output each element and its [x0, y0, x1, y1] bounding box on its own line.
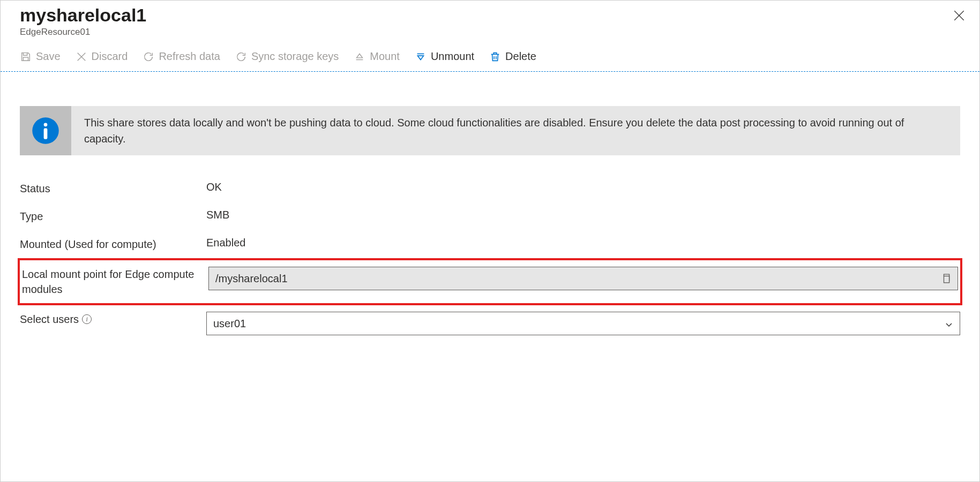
page-title: mysharelocal1 [20, 5, 960, 26]
delete-button[interactable]: Delete [489, 50, 536, 63]
discard-label: Discard [92, 50, 128, 63]
close-button[interactable] [954, 10, 964, 21]
sync-label: Sync storage keys [251, 50, 339, 63]
mount-point-field[interactable]: /mysharelocal1 [208, 267, 958, 290]
unmount-icon [415, 51, 427, 63]
sync-button[interactable]: Sync storage keys [235, 50, 339, 63]
save-label: Save [36, 50, 61, 63]
unmount-label: Unmount [431, 50, 474, 63]
sync-icon [235, 51, 247, 63]
delete-icon [489, 51, 501, 63]
refresh-label: Refresh data [159, 50, 220, 63]
type-value: SMB [206, 209, 960, 221]
type-label: Type [20, 209, 206, 224]
copy-icon[interactable] [941, 274, 951, 283]
svg-point-10 [44, 123, 48, 126]
status-value: OK [206, 181, 960, 193]
select-users-label: Select users [20, 312, 79, 327]
refresh-icon [143, 51, 154, 63]
page-subtitle: EdgeResource01 [20, 27, 960, 37]
svg-rect-11 [44, 129, 48, 139]
select-users-value: user01 [213, 318, 246, 330]
mounted-label: Mounted (Used for compute) [20, 237, 206, 252]
delete-label: Delete [505, 50, 536, 63]
save-button[interactable]: Save [20, 50, 61, 63]
status-label: Status [20, 181, 206, 196]
select-users-dropdown[interactable]: user01 [206, 312, 960, 335]
unmount-button[interactable]: Unmount [415, 50, 474, 63]
info-banner: This share stores data locally and won't… [20, 106, 960, 155]
mount-button[interactable]: Mount [354, 50, 400, 63]
mount-point-value: /mysharelocal1 [215, 273, 288, 285]
mount-label: Mount [370, 50, 400, 63]
close-icon [954, 10, 964, 21]
svg-rect-12 [944, 276, 949, 283]
mount-icon [354, 51, 365, 63]
svg-rect-2 [23, 57, 28, 60]
discard-button[interactable]: Discard [76, 50, 128, 63]
info-icon [20, 106, 71, 155]
toolbar: Save Discard Refresh data Sync storage k… [1, 43, 979, 72]
info-tooltip-icon[interactable]: i [82, 314, 92, 324]
refresh-button[interactable]: Refresh data [143, 50, 220, 63]
discard-icon [76, 51, 87, 63]
chevron-down-icon [945, 319, 953, 328]
mount-point-row-highlight: Local mount point for Edge compute modul… [18, 258, 962, 305]
info-banner-text: This share stores data locally and won't… [71, 106, 960, 155]
mounted-value: Enabled [206, 237, 960, 249]
save-icon [20, 51, 32, 63]
mount-point-label: Local mount point for Edge compute modul… [22, 267, 208, 297]
